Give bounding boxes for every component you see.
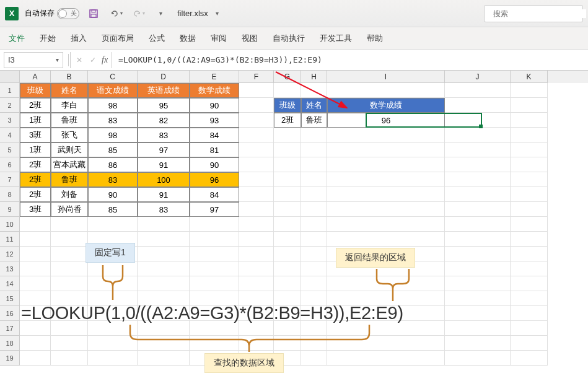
row-header[interactable]: 15 <box>0 291 20 306</box>
cell[interactable] <box>20 247 51 261</box>
cell[interactable] <box>51 217 88 232</box>
cell[interactable] <box>445 321 511 336</box>
redo-button[interactable]: ▾ <box>130 6 146 22</box>
cell[interactable] <box>138 232 190 247</box>
cell[interactable] <box>190 261 239 276</box>
cell[interactable] <box>138 276 190 291</box>
cell[interactable] <box>511 187 548 202</box>
fx-button[interactable]: fx <box>100 55 109 65</box>
row-header[interactable]: 17 <box>0 321 20 336</box>
save-button[interactable] <box>86 6 102 22</box>
cell[interactable] <box>190 247 239 261</box>
cell[interactable]: 85 <box>88 202 138 217</box>
cell[interactable] <box>511 143 548 157</box>
cell[interactable] <box>301 276 327 291</box>
cell[interactable] <box>138 247 190 261</box>
cell[interactable] <box>511 232 548 247</box>
cell[interactable]: 97 <box>190 202 239 217</box>
cell[interactable] <box>301 202 327 217</box>
cell[interactable] <box>511 98 548 113</box>
cell[interactable] <box>511 202 548 217</box>
cell[interactable]: 83 <box>88 172 138 187</box>
cell[interactable] <box>445 247 511 261</box>
cell[interactable] <box>445 291 511 306</box>
cell[interactable] <box>51 336 88 351</box>
cell[interactable] <box>327 232 445 247</box>
cell[interactable] <box>327 202 445 217</box>
row-header[interactable]: 10 <box>0 217 20 232</box>
cell[interactable] <box>445 336 511 351</box>
cell[interactable] <box>239 202 274 217</box>
cell[interactable] <box>20 217 51 232</box>
cell[interactable] <box>239 217 274 232</box>
row-header[interactable]: 12 <box>0 247 20 261</box>
cell[interactable] <box>51 247 88 261</box>
cell[interactable]: 2班 <box>20 187 51 202</box>
cell[interactable] <box>511 128 548 143</box>
cell[interactable]: 86 <box>88 157 138 172</box>
cell[interactable]: 83 <box>138 202 190 217</box>
toggle-switch[interactable]: 关 <box>57 8 79 19</box>
tab-data[interactable]: 数据 <box>178 30 197 46</box>
cell[interactable]: 刘备 <box>51 187 88 202</box>
cell[interactable] <box>445 187 511 202</box>
tab-insert[interactable]: 插入 <box>69 30 88 46</box>
search-input[interactable] <box>493 9 586 18</box>
cell[interactable] <box>301 217 327 232</box>
cell[interactable]: 84 <box>190 187 239 202</box>
cell[interactable] <box>445 351 511 366</box>
row-header[interactable]: 11 <box>0 232 20 247</box>
cell[interactable] <box>327 172 445 187</box>
cell[interactable] <box>190 232 239 247</box>
tab-developer[interactable]: 开发工具 <box>318 30 353 46</box>
row-header[interactable]: 8 <box>0 187 20 202</box>
cell[interactable] <box>511 247 548 261</box>
tab-review[interactable]: 审阅 <box>209 30 228 46</box>
cell[interactable] <box>511 261 548 276</box>
qat-customize[interactable]: ▾ <box>152 6 169 22</box>
cell[interactable] <box>511 172 548 187</box>
cell[interactable] <box>190 276 239 291</box>
cell[interactable] <box>511 83 548 98</box>
name-box[interactable]: I3 ▾ <box>4 52 63 68</box>
cell[interactable] <box>445 217 511 232</box>
col-K[interactable]: K <box>511 71 548 83</box>
chevron-down-icon[interactable]: ▾ <box>216 10 219 17</box>
tab-formulas[interactable]: 公式 <box>147 30 166 46</box>
row-header[interactable]: 16 <box>0 306 20 321</box>
cell[interactable] <box>511 351 548 366</box>
tab-home[interactable]: 开始 <box>38 30 57 46</box>
confirm-button[interactable]: ✓ <box>87 54 99 66</box>
cell[interactable] <box>239 261 274 276</box>
tab-help[interactable]: 帮助 <box>366 30 384 46</box>
cell[interactable] <box>511 157 548 172</box>
cell[interactable]: 100 <box>138 172 190 187</box>
cell[interactable]: 90 <box>190 157 239 172</box>
cell[interactable] <box>20 232 51 247</box>
row-header[interactable]: 19 <box>0 351 20 366</box>
cell[interactable] <box>274 187 301 202</box>
autosave-toggle[interactable]: 自动保存 关 <box>25 8 79 19</box>
cell[interactable] <box>239 157 274 172</box>
row-header[interactable]: 6 <box>0 157 20 172</box>
cell[interactable]: 3班 <box>20 202 51 217</box>
cell[interactable] <box>511 306 548 321</box>
cell[interactable] <box>138 217 190 232</box>
cell[interactable]: 2班 <box>20 157 51 172</box>
cell[interactable] <box>445 276 511 291</box>
formula-input[interactable]: =LOOKUP(1,0/((A2:A9=G3)*(B2:B9=H3)),E2:E… <box>112 52 588 68</box>
cell[interactable] <box>51 276 88 291</box>
cell[interactable] <box>327 157 445 172</box>
cell[interactable] <box>445 306 511 321</box>
tab-pagelayout[interactable]: 页面布局 <box>100 30 135 46</box>
row-header[interactable]: 9 <box>0 202 20 217</box>
cell[interactable]: 2班 <box>20 172 51 187</box>
cell[interactable] <box>274 217 301 232</box>
cell[interactable] <box>274 261 301 276</box>
row-header[interactable]: 7 <box>0 172 20 187</box>
cell[interactable] <box>20 351 51 366</box>
cell[interactable] <box>88 217 138 232</box>
cell[interactable] <box>274 202 301 217</box>
cell[interactable] <box>445 172 511 187</box>
cell[interactable] <box>138 261 190 276</box>
